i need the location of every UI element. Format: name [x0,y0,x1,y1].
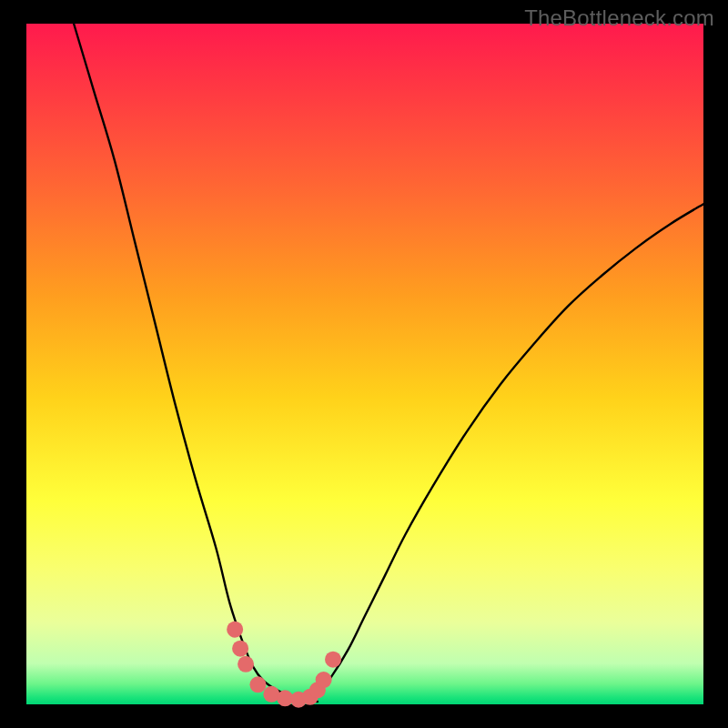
chart-area [26,24,703,704]
data-marker [249,676,266,693]
data-marker [227,622,243,638]
left-curve [74,24,318,702]
data-marker [238,656,254,672]
right-curve [290,204,703,702]
watermark-text: TheBottleneck.com [524,5,714,31]
line-layer [74,24,703,702]
data-marker [325,652,341,668]
marker-layer [227,622,341,708]
data-marker [316,672,332,688]
data-marker [232,641,248,657]
plot-svg [26,24,703,704]
